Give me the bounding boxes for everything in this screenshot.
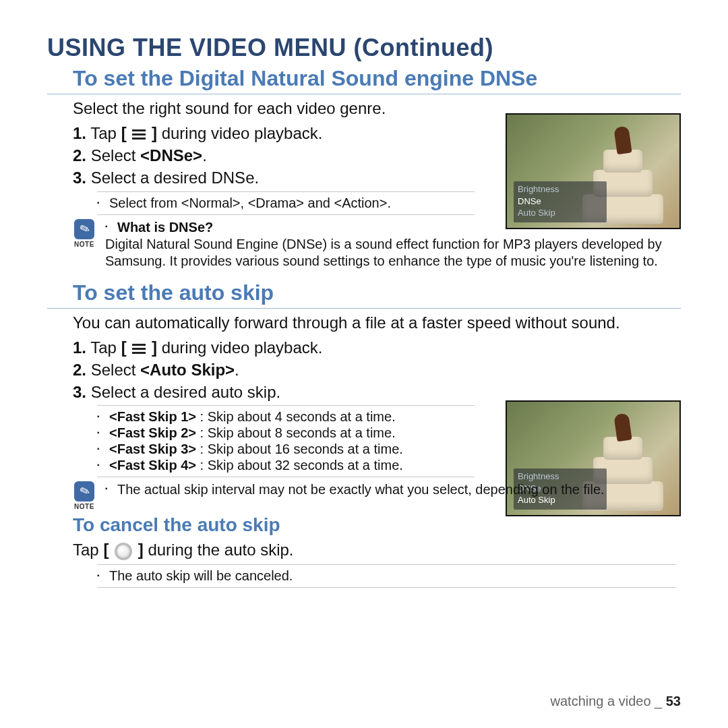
- section2-subitem: <Fast Skip 4> : Skip about 32 seconds at…: [97, 458, 475, 473]
- section2-subitem: <Fast Skip 1> : Skip about 4 seconds at …: [97, 409, 475, 425]
- section3-subitem: The auto skip will be canceled.: [97, 568, 677, 584]
- section2-step-1: 1. Tap [ ] during video playback.: [73, 337, 681, 358]
- screenshot-dnse: Brightness DNSe Auto Skip: [506, 113, 681, 229]
- section2-intro: You can automatically forward through a …: [73, 313, 681, 333]
- onscreen-menu: Brightness DNSe Auto Skip: [514, 181, 607, 222]
- section-heading-autoskip: To set the auto skip: [47, 280, 681, 309]
- section2-step-2: 2. Select <Auto Skip>.: [73, 359, 681, 380]
- section2-subitem: <Fast Skip 3> : Skip about 16 seconds at…: [97, 442, 475, 457]
- menu-item: Brightness: [518, 183, 603, 195]
- section2-sublist: <Fast Skip 1> : Skip about 4 seconds at …: [97, 405, 475, 477]
- manual-page: USING THE VIDEO MENU (Continued) To set …: [0, 0, 728, 728]
- section-heading-cancel: To cancel the auto skip: [47, 514, 681, 536]
- page-footer: watching a video _ 53: [551, 694, 681, 709]
- note-icon: ✎ NOTE: [73, 481, 96, 510]
- pencil-icon: ✎: [77, 483, 92, 500]
- page-number: 53: [666, 694, 681, 708]
- menu-item-selected: DNSe: [518, 195, 603, 208]
- section2-subitem: <Fast Skip 2> : Skip about 8 seconds at …: [97, 425, 475, 441]
- note-text: The actual skip interval may not be exac…: [105, 481, 605, 498]
- section3-sublist: The auto skip will be canceled.: [97, 564, 677, 588]
- pencil-icon: ✎: [77, 220, 92, 238]
- section3-body: Tap [ ] during the auto skip.: [73, 540, 681, 560]
- menu-item: Auto Skip: [518, 207, 603, 219]
- menu-icon: [132, 342, 146, 355]
- page-title: USING THE VIDEO MENU (Continued): [47, 34, 681, 62]
- section2-step-3: 3. Select a desired auto skip.: [73, 382, 681, 402]
- section1-sublist: Select from <Normal>, <Drama> and <Actio…: [97, 191, 475, 215]
- circle-button-icon: [115, 543, 132, 560]
- note-text: What is DNSe? Digital Natural Sound Engi…: [105, 219, 681, 270]
- note-icon: ✎ NOTE: [73, 219, 96, 248]
- screenshot-autoskip: Brightness DNSe Auto Skip: [506, 400, 681, 516]
- note-dnse: ✎ NOTE What is DNSe? Digital Natural Sou…: [73, 219, 681, 270]
- section-heading-dnse: To set the Digital Natural Sound engine …: [47, 66, 681, 94]
- menu-icon: [132, 129, 146, 141]
- section1-subitem: Select from <Normal>, <Drama> and <Actio…: [97, 195, 475, 211]
